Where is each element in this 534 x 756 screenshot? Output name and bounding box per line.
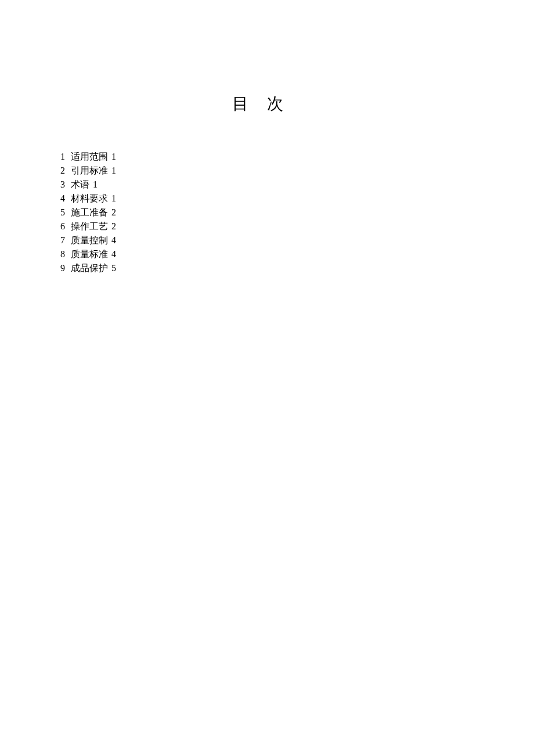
toc-item: 4 材料要求 1 — [57, 192, 477, 206]
toc-item-text: 质量控制 — [71, 235, 108, 245]
toc-item-page: 2 — [111, 221, 116, 231]
toc-item-number: 3 — [57, 178, 65, 192]
page-title: 目次 — [57, 93, 477, 115]
toc-item: 3 术语 1 — [57, 178, 477, 192]
toc-item-number: 5 — [57, 206, 65, 219]
toc-item: 6 操作工艺 2 — [57, 219, 477, 233]
toc-item-page: 2 — [111, 207, 116, 217]
document-page: 目次 1 适用范围 1 2 引用标准 1 3 术语 1 4 材料要求 1 5 施… — [0, 0, 534, 275]
toc-item: 2 引用标准 1 — [57, 164, 477, 178]
toc-item-page: 4 — [111, 249, 116, 259]
toc-item-page: 1 — [93, 179, 98, 189]
toc-item-number: 2 — [57, 164, 65, 178]
toc-item-text: 施工准备 — [71, 207, 108, 217]
toc-item-text: 操作工艺 — [71, 221, 108, 231]
toc-item: 7 质量控制 4 — [57, 233, 477, 247]
toc-item-text: 质量标准 — [71, 249, 108, 259]
toc-item: 1 适用范围 1 — [57, 150, 477, 164]
toc-item-number: 9 — [57, 261, 65, 275]
toc-item-page: 4 — [111, 235, 116, 245]
toc-item-text: 引用标准 — [71, 165, 108, 175]
toc-item: 8 质量标准 4 — [57, 247, 477, 261]
toc-item: 5 施工准备 2 — [57, 206, 477, 219]
toc-item-number: 7 — [57, 233, 65, 247]
toc-item-page: 1 — [111, 165, 116, 175]
toc-item-text: 适用范围 — [71, 152, 108, 161]
toc-item: 9 成品保护 5 — [57, 261, 477, 275]
toc-item-number: 4 — [57, 192, 65, 206]
toc-item-page: 1 — [111, 193, 116, 203]
toc-item-text: 材料要求 — [71, 193, 108, 203]
toc-item-text: 术语 — [71, 179, 89, 189]
toc-item-number: 6 — [57, 219, 65, 233]
table-of-contents: 1 适用范围 1 2 引用标准 1 3 术语 1 4 材料要求 1 5 施工准备… — [57, 150, 477, 275]
toc-item-text: 成品保护 — [71, 263, 108, 273]
toc-item-number: 1 — [57, 150, 65, 164]
toc-item-number: 8 — [57, 247, 65, 261]
toc-item-page: 5 — [111, 263, 116, 273]
toc-item-page: 1 — [111, 152, 116, 161]
